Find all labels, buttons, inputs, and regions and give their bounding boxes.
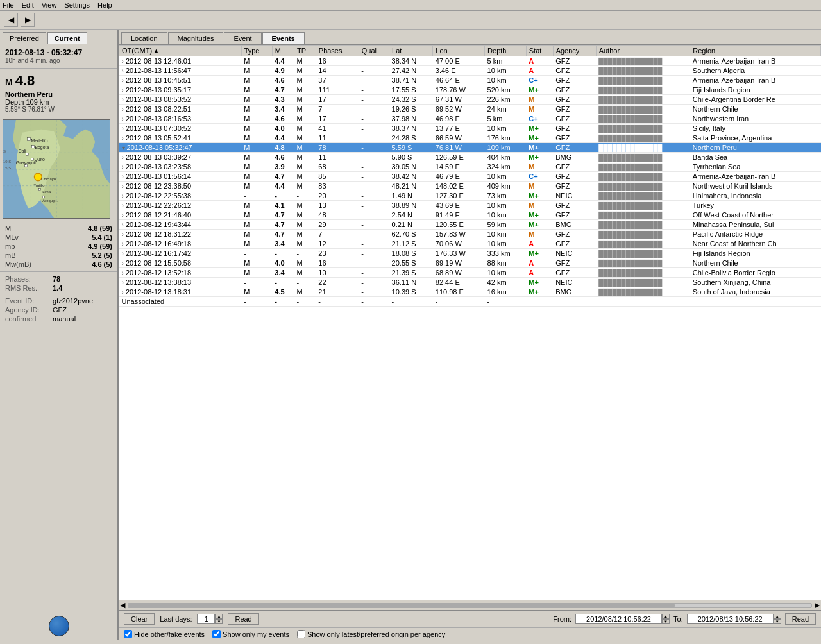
- show-latest-label[interactable]: Show only latest/preferred origin per ag…: [297, 630, 445, 638]
- table-row[interactable]: › 2012-08-12 16:17:42 - - - 23 - 18.08 S…: [119, 249, 821, 258]
- clear-button[interactable]: Clear: [124, 613, 155, 625]
- tab-preferred[interactable]: Preferred: [3, 32, 46, 44]
- spin-up[interactable]: ▲: [215, 614, 223, 619]
- expand-btn[interactable]: ›: [122, 269, 124, 276]
- expand-btn[interactable]: ›: [122, 77, 124, 84]
- expand-btn[interactable]: ›: [122, 250, 124, 257]
- table-row[interactable]: Unassociated - - - - - - - -: [119, 297, 821, 307]
- menu-file[interactable]: File: [3, 1, 14, 9]
- expand-btn[interactable]: ›: [122, 231, 124, 238]
- table-row[interactable]: › 2012-08-12 19:43:44 M 4.7 M 29 - 0.21 …: [119, 220, 821, 230]
- col-m[interactable]: M: [272, 46, 294, 56]
- expand-btn[interactable]: ›: [122, 164, 124, 171]
- expand-btn[interactable]: ▾: [122, 144, 125, 151]
- expand-btn[interactable]: ›: [122, 183, 124, 190]
- table-row[interactable]: › 2012-08-13 05:52:41 M 4.4 M 11 - 24.28…: [119, 133, 821, 143]
- col-tp[interactable]: TP: [294, 46, 316, 56]
- expand-btn[interactable]: ›: [122, 106, 124, 113]
- col-author[interactable]: Author: [596, 46, 690, 56]
- col-region[interactable]: Region: [690, 46, 821, 56]
- table-row[interactable]: › 2012-08-13 08:22:51 M 3.4 M 7 - 19.26 …: [119, 105, 821, 114]
- menu-settings[interactable]: Settings: [64, 1, 90, 9]
- show-mine-checkbox[interactable]: [212, 630, 221, 638]
- back-button[interactable]: ◀: [4, 13, 18, 27]
- menu-view[interactable]: View: [42, 1, 57, 9]
- table-row[interactable]: › 2012-08-12 16:49:18 M 3.4 M 12 - 21.12…: [119, 239, 821, 249]
- show-mine-label[interactable]: Show only my events: [212, 630, 289, 638]
- last-days-spinner[interactable]: ▲ ▼: [197, 614, 223, 624]
- table-row[interactable]: › 2012-08-12 21:46:40 M 4.7 M 48 - 2.54 …: [119, 210, 821, 220]
- read2-button[interactable]: Read: [785, 613, 816, 625]
- table-row[interactable]: › 2012-08-13 09:35:17 M 4.7 M 111 - 17.5…: [119, 85, 821, 95]
- table-row[interactable]: › 2012-08-13 12:46:01 M 4.4 M 16 - 38.34…: [119, 56, 821, 66]
- horizontal-scrollbar[interactable]: ◀ ▶: [119, 600, 821, 610]
- table-row[interactable]: ▾ 2012-08-13 05:32:47 M 4.8 M 78 - 5.59 …: [119, 143, 821, 153]
- expand-btn[interactable]: ›: [122, 192, 124, 199]
- col-depth[interactable]: Depth: [485, 46, 527, 56]
- col-stat[interactable]: Stat: [526, 46, 553, 56]
- table-row[interactable]: › 2012-08-12 15:50:58 M 4.0 M 16 - 20.55…: [119, 258, 821, 268]
- expand-btn[interactable]: ›: [122, 96, 124, 103]
- tab-event[interactable]: Event: [224, 32, 261, 44]
- tab-current[interactable]: Current: [47, 32, 87, 44]
- table-row[interactable]: › 2012-08-12 13:38:13 - - - 22 - 36.11 N…: [119, 278, 821, 287]
- tab-location[interactable]: Location: [121, 32, 167, 44]
- expand-btn[interactable]: ›: [122, 260, 124, 267]
- table-row[interactable]: › 2012-08-13 03:23:58 M 3.9 M 68 - 39.05…: [119, 162, 821, 172]
- expand-btn[interactable]: ›: [122, 202, 124, 209]
- last-days-input[interactable]: [197, 614, 215, 624]
- expand-btn[interactable]: ›: [122, 221, 124, 228]
- col-lat[interactable]: Lat: [389, 46, 433, 56]
- expand-btn[interactable]: ›: [122, 115, 124, 123]
- col-lon[interactable]: Lon: [433, 46, 485, 56]
- scroll-left-btn[interactable]: ◀: [120, 601, 125, 609]
- to-date-field[interactable]: ▲ ▼: [687, 614, 781, 624]
- table-row[interactable]: › 2012-08-12 13:18:31 M 4.5 M 21 - 10.39…: [119, 287, 821, 297]
- scroll-right-btn[interactable]: ▶: [815, 601, 820, 609]
- menu-help[interactable]: Help: [97, 1, 112, 9]
- tab-magnitudes[interactable]: Magnitudes: [168, 32, 224, 44]
- hide-fake-label[interactable]: Hide other/fake events: [124, 630, 205, 638]
- to-spin-up[interactable]: ▲: [774, 614, 781, 619]
- expand-btn[interactable]: ›: [122, 58, 124, 65]
- from-spin-up[interactable]: ▲: [662, 614, 670, 619]
- tab-events[interactable]: Events: [262, 32, 305, 44]
- table-row[interactable]: › 2012-08-12 23:38:50 M 4.4 M 83 - 48.21…: [119, 182, 821, 191]
- expand-btn[interactable]: ›: [122, 173, 124, 180]
- expand-btn[interactable]: ›: [122, 212, 124, 219]
- expand-btn[interactable]: ›: [122, 241, 124, 248]
- table-row[interactable]: › 2012-08-13 08:53:52 M 4.3 M 17 - 24.32…: [119, 95, 821, 105]
- to-spin-down[interactable]: ▼: [774, 619, 781, 624]
- expand-btn[interactable]: ›: [122, 279, 124, 286]
- from-date-input[interactable]: [575, 614, 662, 624]
- col-ot[interactable]: OT(GMT) ▲: [119, 46, 242, 56]
- col-type[interactable]: Type: [241, 46, 272, 56]
- show-latest-checkbox[interactable]: [297, 630, 305, 638]
- from-spin-down[interactable]: ▼: [662, 619, 670, 624]
- col-qual[interactable]: Qual: [359, 46, 389, 56]
- from-date-field[interactable]: ▲ ▼: [575, 614, 670, 624]
- expand-btn[interactable]: ›: [122, 289, 124, 296]
- hide-fake-checkbox[interactable]: [124, 630, 132, 638]
- expand-btn[interactable]: ›: [122, 87, 124, 94]
- col-agency[interactable]: Agency: [553, 46, 596, 56]
- forward-button[interactable]: ▶: [21, 13, 35, 27]
- expand-btn[interactable]: ›: [122, 135, 124, 142]
- table-row[interactable]: › 2012-08-13 07:30:52 M 4.0 M 41 - 38.37…: [119, 124, 821, 133]
- col-phases[interactable]: Phases: [316, 46, 359, 56]
- expand-btn[interactable]: ›: [122, 67, 124, 74]
- menu-edit[interactable]: Edit: [22, 1, 34, 9]
- table-row[interactable]: › 2012-08-12 22:55:38 - - - 20 - 1.49 N …: [119, 191, 821, 201]
- expand-btn[interactable]: ›: [122, 125, 124, 132]
- read-button[interactable]: Read: [228, 613, 258, 625]
- spin-down[interactable]: ▼: [215, 619, 223, 624]
- table-row[interactable]: › 2012-08-13 11:56:47 M 4.9 M 14 - 27.42…: [119, 66, 821, 76]
- table-row[interactable]: › 2012-08-13 08:16:53 M 4.6 M 17 - 37.98…: [119, 114, 821, 124]
- events-table-container[interactable]: OT(GMT) ▲ Type M TP: [119, 45, 821, 600]
- to-date-input[interactable]: [687, 614, 774, 624]
- table-row[interactable]: › 2012-08-12 18:31:22 M 4.7 M 7 - 62.70 …: [119, 230, 821, 239]
- table-row[interactable]: › 2012-08-13 03:39:27 M 4.6 M 11 - 5.90 …: [119, 153, 821, 162]
- table-row[interactable]: › 2012-08-13 01:56:14 M 4.7 M 85 - 38.42…: [119, 172, 821, 182]
- table-row[interactable]: › 2012-08-13 10:45:51 M 4.6 M 37 - 38.71…: [119, 76, 821, 85]
- table-row[interactable]: › 2012-08-12 13:52:18 M 3.4 M 10 - 21.39…: [119, 268, 821, 278]
